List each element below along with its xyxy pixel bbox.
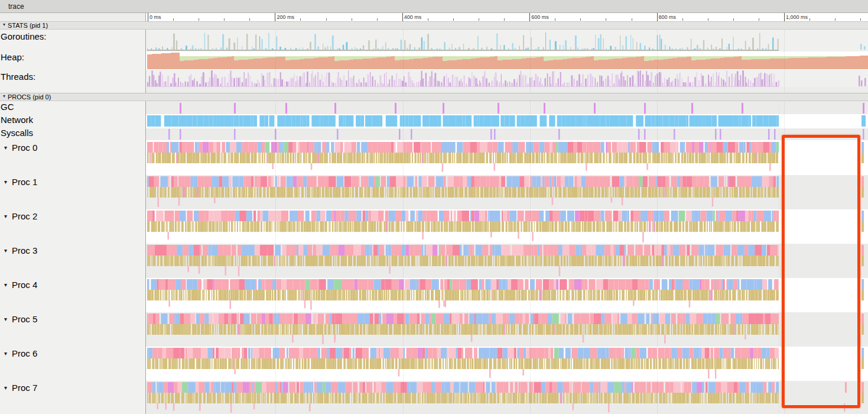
proc-label-text: Proc 6 [12, 348, 37, 358]
time-range-selection-box[interactable] [782, 135, 860, 408]
ruler-minor-tick [173, 18, 174, 21]
track-label-sidebar: Goroutines:Heap:Threads:GCNetworkSyscall… [0, 21, 146, 414]
ruler-minor-tick [860, 18, 861, 21]
ruler-tick-label: 1,000 ms [786, 14, 808, 20]
ruler-major-tick [275, 13, 275, 21]
proc-0-timeline[interactable] [146, 141, 868, 175]
network-events-track[interactable] [146, 114, 868, 128]
collapse-triangle-icon[interactable]: ▾ [4, 145, 7, 151]
ruler-major-tick [784, 13, 785, 21]
proc-6-timeline[interactable] [146, 347, 868, 381]
ruler-minor-tick [580, 18, 581, 21]
sidebar-item-proc-5[interactable]: ▾Proc 5 [4, 314, 37, 324]
ruler-minor-tick [606, 18, 606, 21]
collapse-triangle-icon[interactable]: ▾ [4, 179, 7, 185]
section-header-procs[interactable]: ▾ PROCS (pid 0) [0, 93, 868, 101]
ruler-corner [0, 13, 146, 21]
ruler-minor-tick [555, 18, 555, 21]
proc-label-text: Proc 4 [12, 280, 37, 290]
ruler-tick-label: 600 ms [531, 14, 549, 20]
sidebar-item-proc-2[interactable]: ▾Proc 2 [4, 211, 37, 221]
time-gridline [530, 21, 531, 414]
ruler-minor-tick [632, 18, 632, 21]
time-gridline [657, 21, 658, 414]
ruler-major-tick [402, 13, 403, 21]
sidebar-item-proc-7[interactable]: ▾Proc 7 [4, 383, 37, 393]
proc-4-timeline[interactable] [146, 278, 868, 312]
ruler-minor-tick [504, 18, 505, 21]
proc-5-timeline[interactable] [146, 312, 868, 347]
proc-label-text: Proc 2 [12, 211, 37, 221]
proc-2-timeline[interactable] [146, 209, 868, 244]
toolbar: trace [0, 0, 868, 13]
gc-events-track[interactable] [146, 101, 868, 114]
ruler-minor-tick [428, 18, 428, 21]
proc-3-timeline[interactable] [146, 244, 868, 278]
collapse-triangle-icon[interactable]: ▾ [4, 248, 7, 254]
ruler-minor-tick [708, 18, 708, 21]
trace-end-boundary [779, 101, 779, 414]
ruler-minor-tick [453, 18, 454, 21]
ruler-minor-tick [199, 18, 199, 21]
ruler-minor-tick [759, 18, 759, 21]
proc-label-text: Proc 0 [12, 143, 37, 153]
ruler-tick-label: 400 ms [404, 14, 422, 20]
proc-7-timeline[interactable] [146, 381, 868, 414]
collapse-triangle-icon[interactable]: ▾ [4, 351, 7, 357]
ruler-major-tick [657, 13, 658, 21]
ruler-minor-tick [835, 18, 836, 21]
sidebar-item-proc-0[interactable]: ▾Proc 0 [4, 143, 37, 153]
ruler-minor-tick [249, 18, 250, 21]
proc-label-text: Proc 5 [12, 314, 37, 324]
ruler-minor-tick [326, 18, 327, 21]
ruler-minor-tick [352, 18, 352, 21]
section-header-stats[interactable]: ▾ STATS (pid 1) [0, 21, 868, 30]
track-label: GC [1, 102, 14, 112]
ruler-minor-tick [479, 18, 479, 21]
time-gridline [403, 21, 404, 414]
syscalls-events-track[interactable] [146, 128, 868, 140]
proc-label-text: Proc 3 [12, 245, 37, 255]
time-ruler[interactable]: 0 ms200 ms400 ms600 ms800 ms1,000 ms [0, 13, 868, 22]
proc-label-text: Proc 7 [12, 383, 37, 393]
track-label: Network [1, 115, 33, 125]
collapse-triangle-icon[interactable]: ▾ [3, 94, 5, 99]
ruler-major-tick [529, 13, 530, 21]
goroutines-chart[interactable] [146, 30, 868, 51]
ruler-minor-tick [300, 18, 301, 21]
time-gridline [275, 21, 276, 414]
sidebar-item-proc-6[interactable]: ▾Proc 6 [4, 348, 37, 358]
collapse-triangle-icon[interactable]: ▾ [4, 316, 7, 322]
ruler-minor-tick [810, 18, 810, 21]
section-title: STATS (pid 1) [8, 22, 48, 29]
page-title: trace [8, 2, 24, 11]
track-label: Heap: [1, 52, 24, 63]
proc-label-text: Proc 1 [12, 177, 37, 187]
sidebar-item-proc-3[interactable]: ▾Proc 3 [4, 245, 37, 255]
ruler-minor-tick [682, 18, 683, 21]
ruler-major-tick [148, 13, 148, 21]
sidebar-item-proc-4[interactable]: ▾Proc 4 [4, 280, 37, 290]
ruler-minor-tick [733, 18, 734, 21]
ruler-tick-label: 0 ms [149, 14, 161, 20]
collapse-triangle-icon[interactable]: ▾ [4, 385, 7, 391]
sidebar-item-proc-1[interactable]: ▾Proc 1 [4, 177, 37, 187]
ruler-minor-tick [224, 18, 225, 21]
ruler-tick-label: 200 ms [277, 14, 294, 20]
ruler-minor-tick [377, 18, 378, 21]
heap-chart[interactable] [146, 51, 868, 70]
collapse-triangle-icon[interactable]: ▾ [3, 22, 5, 27]
track-label: Syscalls [1, 128, 33, 138]
threads-chart[interactable] [146, 70, 868, 87]
collapse-triangle-icon[interactable]: ▾ [4, 214, 7, 219]
track-label: Goroutines: [1, 31, 47, 42]
proc-1-timeline[interactable] [146, 175, 868, 209]
section-title: PROCS (pid 0) [8, 93, 51, 101]
collapse-triangle-icon[interactable]: ▾ [4, 282, 7, 288]
trace-viewer-window: trace 0 ms200 ms400 ms600 ms800 ms1,000 … [0, 0, 868, 414]
track-label: Threads: [1, 72, 35, 82]
ruler-tick-label: 800 ms [659, 14, 677, 20]
